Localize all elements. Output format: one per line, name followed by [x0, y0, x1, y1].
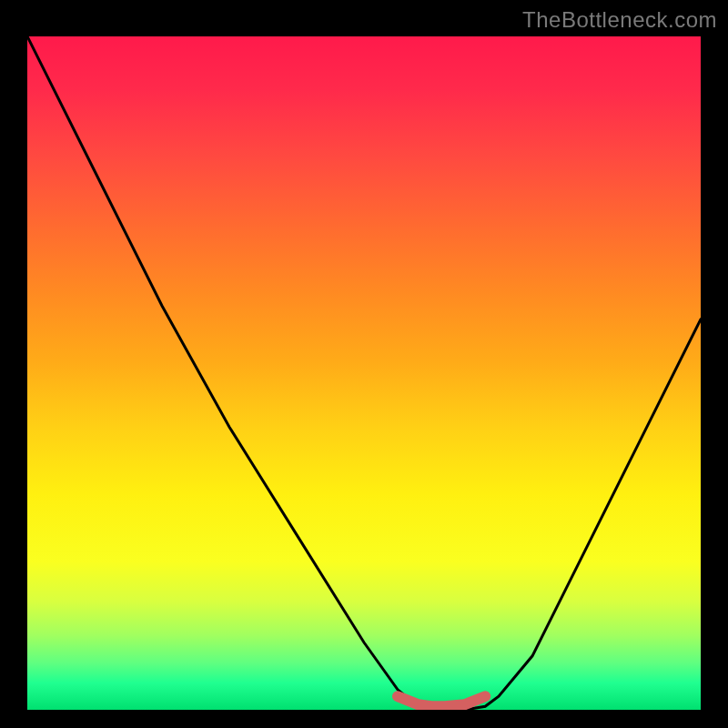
- highlight-curve-path: [398, 696, 485, 706]
- plot-area: [27, 36, 701, 710]
- main-curve-path: [27, 36, 701, 710]
- watermark-text: TheBottleneck.com: [522, 7, 717, 33]
- chart-svg: [27, 36, 701, 710]
- chart-frame: TheBottleneck.com: [0, 0, 728, 728]
